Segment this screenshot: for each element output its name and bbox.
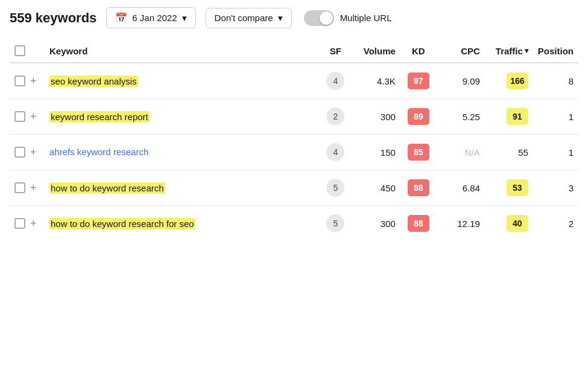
cpc-cell: 5.25 — [437, 99, 485, 135]
position-cell: 1 — [533, 99, 578, 135]
traffic-cell: 55 — [485, 135, 533, 170]
table-row: +keyword research report2300895.25911 — [10, 99, 578, 135]
compare-button[interactable]: Don't compare ▾ — [206, 8, 292, 28]
sf-badge: 5 — [326, 179, 344, 197]
keyword-text: how to do keyword research for seo — [49, 218, 195, 229]
sf-cell: 2 — [319, 99, 352, 135]
header-traffic[interactable]: Traffic ▾ — [485, 39, 533, 63]
multiple-url-toggle-wrap: Multiple URL — [304, 10, 392, 26]
keyword-cell: seo keyword analysis — [45, 63, 319, 99]
kd-cell: 85 — [400, 135, 437, 170]
row-checkbox[interactable] — [14, 111, 25, 122]
header-kd: KD — [400, 39, 437, 63]
traffic-cell: 166 — [485, 63, 533, 99]
table-header-row: Keyword SF Volume KD CPC Traffic ▾ Posit… — [10, 39, 578, 63]
keywords-count: 559 keywords — [10, 10, 96, 26]
traffic-label: Traffic — [496, 46, 523, 56]
traffic-badge: 166 — [507, 72, 528, 89]
add-keyword-button[interactable]: + — [28, 206, 45, 242]
table-row: +seo keyword analysis44.3K979.091668 — [10, 63, 578, 99]
keyword-link[interactable]: ahrefs keyword research — [49, 147, 148, 157]
kd-badge: 88 — [408, 179, 429, 196]
add-keyword-button[interactable]: + — [28, 170, 45, 206]
cpc-cell: N/A — [437, 135, 485, 170]
header-volume: Volume — [352, 39, 400, 63]
row-checkbox[interactable] — [14, 147, 25, 158]
add-keyword-button[interactable]: + — [28, 135, 45, 170]
header-checkbox-cell — [10, 39, 28, 63]
header-plus-cell — [28, 39, 45, 63]
cpc-cell: 6.84 — [437, 170, 485, 206]
position-cell: 1 — [533, 135, 578, 170]
keyword-cell: keyword research report — [45, 99, 319, 135]
sf-badge: 4 — [326, 72, 344, 90]
kd-cell: 97 — [400, 63, 437, 99]
kd-cell: 88 — [400, 206, 437, 242]
header-sf: SF — [319, 39, 352, 63]
traffic-cell: 40 — [485, 206, 533, 242]
sf-badge: 4 — [326, 143, 344, 161]
traffic-badge: 53 — [507, 179, 528, 196]
position-cell: 3 — [533, 170, 578, 206]
traffic-cell: 91 — [485, 99, 533, 135]
select-all-checkbox[interactable] — [14, 45, 25, 56]
compare-label: Don't compare — [215, 13, 273, 23]
volume-cell: 300 — [352, 206, 400, 242]
sf-badge: 5 — [326, 214, 344, 232]
keyword-cell: ahrefs keyword research — [45, 135, 319, 170]
header-cpc: CPC — [437, 39, 485, 63]
date-picker-button[interactable]: 📅 6 Jan 2022 ▾ — [106, 7, 195, 28]
traffic-badge: 40 — [507, 215, 528, 232]
cpc-cell: 12.19 — [437, 206, 485, 242]
row-checkbox[interactable] — [14, 182, 25, 193]
volume-cell: 450 — [352, 170, 400, 206]
keyword-text: keyword research report — [49, 111, 150, 123]
sort-icon: ▾ — [525, 46, 528, 55]
keyword-text: seo keyword analysis — [49, 75, 138, 87]
header-bar: 559 keywords 📅 6 Jan 2022 ▾ Don't compar… — [10, 7, 578, 28]
keyword-cell: how to do keyword research — [45, 170, 319, 206]
add-keyword-button[interactable]: + — [28, 63, 45, 99]
header-position: Position — [533, 39, 578, 63]
traffic-badge: 91 — [507, 108, 528, 125]
sf-badge: 2 — [326, 107, 344, 126]
row-checkbox[interactable] — [14, 75, 25, 86]
calendar-icon: 📅 — [115, 12, 127, 24]
multiple-url-label: Multiple URL — [340, 13, 392, 23]
position-cell: 8 — [533, 63, 578, 99]
sf-cell: 5 — [319, 206, 352, 242]
add-keyword-button[interactable]: + — [28, 99, 45, 135]
date-label: 6 Jan 2022 — [132, 13, 177, 23]
keywords-table: Keyword SF Volume KD CPC Traffic ▾ Posit… — [10, 39, 578, 241]
cpc-na: N/A — [465, 147, 480, 158]
kd-badge: 88 — [408, 215, 429, 232]
sf-cell: 4 — [319, 135, 352, 170]
multiple-url-toggle[interactable] — [304, 10, 334, 26]
kd-badge: 85 — [408, 144, 429, 161]
kd-cell: 89 — [400, 99, 437, 135]
chevron-down-icon: ▾ — [182, 13, 187, 24]
sf-cell: 5 — [319, 170, 352, 206]
toggle-knob — [320, 11, 333, 25]
header-keyword: Keyword — [45, 39, 319, 63]
volume-cell: 300 — [352, 99, 400, 135]
table-row: +ahrefs keyword research415085N/A551 — [10, 135, 578, 170]
row-checkbox[interactable] — [14, 218, 25, 229]
chevron-down-icon: ▾ — [278, 13, 283, 24]
kd-badge: 89 — [408, 108, 429, 125]
volume-cell: 4.3K — [352, 63, 400, 99]
volume-cell: 150 — [352, 135, 400, 170]
keyword-cell: how to do keyword research for seo — [45, 206, 319, 242]
keyword-text: how to do keyword research — [49, 182, 165, 194]
position-cell: 2 — [533, 206, 578, 242]
kd-cell: 88 — [400, 170, 437, 206]
table-row: +how to do keyword research5450886.84533 — [10, 170, 578, 206]
sf-cell: 4 — [319, 63, 352, 99]
table-row: +how to do keyword research for seo53008… — [10, 206, 578, 242]
traffic-cell: 53 — [485, 170, 533, 206]
cpc-cell: 9.09 — [437, 63, 485, 99]
kd-badge: 97 — [408, 72, 429, 89]
